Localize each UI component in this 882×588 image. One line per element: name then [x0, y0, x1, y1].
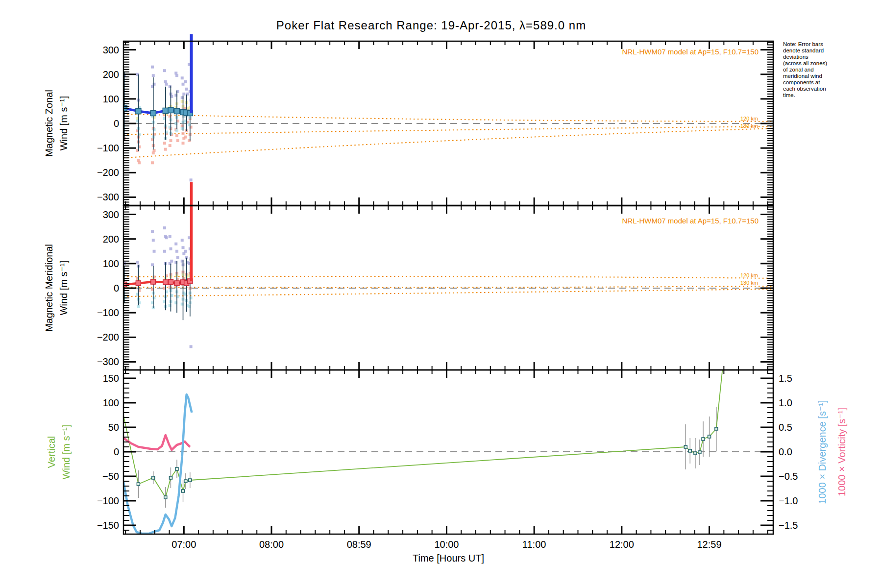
x-tick-label: 08:00 [259, 539, 284, 550]
y-tick-label: −100 [97, 143, 119, 153]
right-tick-label: 1.0 [779, 397, 792, 408]
y-tick-label: 100 [103, 397, 119, 408]
y-tick-label: 50 [108, 422, 119, 433]
y-tick-label: 0 [114, 446, 119, 457]
right-tick-label: −0.5 [779, 471, 798, 482]
y-tick-label: 200 [103, 234, 119, 245]
y-tick-label: −200 [97, 167, 119, 178]
chart-canvas: 3002001000−100−200−3003002001000−100−200… [0, 0, 882, 588]
y-tick-label: 300 [103, 209, 119, 220]
x-tick-label: 12:00 [610, 539, 634, 550]
x-tick-label: 10:00 [434, 539, 459, 550]
x-tick-label: 12:59 [697, 539, 722, 550]
y-tick-label: 300 [103, 45, 119, 55]
y-tick-label: −300 [97, 356, 119, 367]
panel-frame-1: 3002001000−100−200−300 [97, 206, 773, 370]
plot-page: Poker Flat Research Range: 19-Apr-2015, … [0, 0, 882, 588]
x-tick-label: 08:59 [347, 539, 371, 550]
right-tick-label: 1.5 [779, 373, 792, 384]
magnetic-zonal-wind-data [122, 63, 773, 182]
y-tick-label: −100 [97, 307, 119, 318]
y-tick-label: 0 [114, 118, 119, 129]
right-tick-label: −1.5 [779, 520, 798, 531]
y-tick-label: 100 [103, 258, 119, 269]
magnetic-meridional-wind-data [122, 226, 773, 348]
right-tick-label: 0.5 [779, 422, 792, 433]
y-tick-label: 0 [114, 283, 119, 294]
y-tick-label: 200 [103, 69, 119, 80]
panel-frame-0: 3002001000−100−200−300 [97, 41, 773, 205]
vertical-wind-divergence-vorticity-data [123, 369, 773, 534]
right-tick-label: 0.0 [779, 446, 792, 457]
y-tick-label: 100 [103, 94, 119, 104]
y-tick-label: −100 [97, 495, 119, 506]
right-tick-label: −1.0 [779, 495, 798, 506]
y-tick-label: −300 [97, 192, 119, 202]
y-tick-label: −150 [97, 520, 119, 531]
y-tick-label: −50 [102, 471, 119, 482]
x-tick-label: 11:00 [522, 539, 546, 550]
x-tick-label: 07:00 [172, 539, 196, 550]
y-tick-label: 150 [103, 373, 119, 384]
y-tick-label: −200 [97, 332, 119, 343]
